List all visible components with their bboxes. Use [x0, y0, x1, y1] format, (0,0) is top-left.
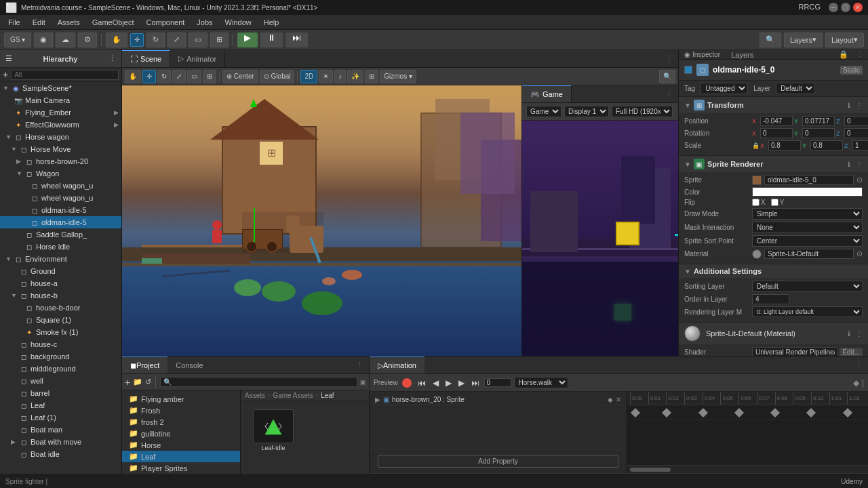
toolbar-cloud[interactable]: ☁: [56, 33, 75, 47]
tab-layers[interactable]: Layers: [726, 50, 759, 59]
scene-canvas[interactable]: ⊞: [122, 85, 521, 356]
menu-edit[interactable]: Edit: [27, 17, 51, 28]
tab-inspector[interactable]: ◉ Inspector: [679, 50, 726, 59]
transform-info-icon[interactable]: ℹ: [848, 102, 850, 109]
tree-item-background[interactable]: ◻ background: [0, 350, 121, 363]
scale-lock-icon[interactable]: 🔒: [752, 142, 759, 149]
tree-item-house-b[interactable]: ▼ ◻ house-b: [0, 289, 121, 302]
anim-prev-keyframe[interactable]: ⏮: [416, 378, 428, 388]
sprite-renderer-header[interactable]: ▼ ▣ Sprite Renderer ℹ ⋮: [679, 156, 868, 172]
scale-x-input[interactable]: [768, 140, 801, 150]
position-x-input[interactable]: [760, 116, 793, 126]
project-folder-frosh2[interactable]: 📁 frosh 2: [122, 416, 240, 428]
active-checkbox[interactable]: [684, 66, 692, 74]
tree-item-effectglowworm[interactable]: ✦ EffectGlowworm ▶: [0, 119, 121, 131]
tree-item-square[interactable]: ◻ Square (1): [0, 314, 121, 326]
project-folder-frosh[interactable]: 📁 Frosh: [122, 405, 240, 416]
keyframe-5[interactable]: [806, 408, 816, 418]
transform-menu-icon[interactable]: ⋮: [856, 102, 863, 109]
scene-audio-btn[interactable]: ♪: [334, 70, 346, 83]
material-preview-header[interactable]: Sprite-Lit-Default (Material) ℹ ⋮: [679, 323, 868, 344]
scene-scale-btn[interactable]: ⤢: [172, 70, 186, 83]
tree-item-horse-wagon[interactable]: ▼ ◻ Horse wagon: [0, 131, 121, 143]
tree-item-oldman1[interactable]: ◻ oldman-idle-5: [0, 204, 121, 216]
tree-item-environment[interactable]: ▼ ◻ Environment: [0, 253, 121, 265]
tree-item-saddle[interactable]: ◻ Saddle Gallop_: [0, 228, 121, 241]
rotation-x-input[interactable]: [760, 128, 793, 138]
game-display-num[interactable]: Display 1: [564, 106, 609, 117]
maskinteraction-select[interactable]: None: [752, 222, 863, 233]
drawmode-select[interactable]: Simple: [752, 208, 863, 220]
scene-transform-btn[interactable]: ⊞: [203, 70, 216, 83]
tree-item-horse-brown[interactable]: ▶ ◻ horse-brown-20: [0, 155, 121, 167]
renderinglayer-select[interactable]: 0: Light Layer default: [752, 306, 863, 317]
tool-scale[interactable]: ⤢: [167, 33, 186, 47]
tree-item-barrel[interactable]: ◻ barrel: [0, 387, 121, 399]
maximize-button[interactable]: □: [841, 3, 850, 12]
project-search-input[interactable]: [160, 377, 357, 387]
material-input[interactable]: [764, 249, 854, 259]
sprite-renderer-menu-icon[interactable]: ⋮: [856, 161, 863, 168]
game-resolution-select[interactable]: Full HD (1920x10: [612, 106, 673, 117]
scene-search-btn[interactable]: 🔍: [659, 70, 675, 83]
material-info-icon[interactable]: ℹ: [848, 330, 850, 338]
tool-rect[interactable]: ▭: [189, 33, 208, 47]
layer-select[interactable]: Default: [776, 83, 815, 94]
track-keyframe-icon[interactable]: ◆: [608, 396, 613, 403]
tree-item-house-c[interactable]: ◻ house-c: [0, 338, 121, 350]
sortinglayer-select[interactable]: Default: [752, 281, 863, 292]
tree-item-horse-move[interactable]: ▼ ◻ Horse Move: [0, 143, 121, 155]
pause-button[interactable]: ⏸: [260, 33, 283, 47]
project-refresh-btn[interactable]: ↺: [145, 378, 151, 386]
project-folder-playerSprites[interactable]: 📁 Player Sprites: [122, 462, 240, 474]
tree-item-smokefx[interactable]: ✦ Smoke fx (1): [0, 326, 121, 338]
keyframe-6[interactable]: [842, 408, 852, 418]
shader-edit-btn[interactable]: Edit...: [840, 348, 863, 356]
keyframe-4[interactable]: [770, 408, 780, 418]
transform-header[interactable]: ▼ ⊞ Transform ℹ ⋮: [679, 97, 868, 113]
sprite-input[interactable]: [764, 175, 854, 185]
anim-frame-input[interactable]: [484, 378, 511, 387]
layers-dropdown[interactable]: Layers ▾: [784, 33, 823, 47]
step-button[interactable]: ⏭: [285, 33, 308, 47]
tab-animator[interactable]: ▷ Animator: [170, 50, 225, 67]
project-folder-flyingamber[interactable]: 📁 Flying amber: [122, 393, 240, 405]
flip-y-checkbox[interactable]: [771, 199, 778, 206]
object-name-input[interactable]: [713, 65, 836, 75]
anim-clip-select[interactable]: Horse.walk: [514, 377, 568, 388]
tree-item-boatman[interactable]: ◻ Boat man: [0, 424, 121, 436]
timeline-scrollbar[interactable]: [627, 465, 868, 473]
hierarchy-search-input[interactable]: [11, 70, 119, 80]
asset-leaf-idle[interactable]: Leaf-Idle: [246, 407, 300, 454]
scene-grid-btn[interactable]: ⊞: [365, 70, 378, 83]
menu-assets[interactable]: Assets: [52, 17, 85, 28]
rotation-z-input[interactable]: [844, 128, 868, 138]
search-icon[interactable]: 🔍: [760, 33, 781, 47]
close-button[interactable]: ✕: [853, 3, 863, 12]
sortpoint-select[interactable]: Center: [752, 235, 863, 247]
record-button[interactable]: [402, 378, 412, 388]
project-add-btn[interactable]: +: [125, 377, 130, 388]
scene-hand-btn[interactable]: ✋: [125, 70, 141, 83]
tree-item-wheel2[interactable]: ◻ wheel wagon_u: [0, 192, 121, 204]
timeline-scroll-thumb[interactable]: [630, 468, 671, 472]
scene-2d-btn[interactable]: 2D: [300, 70, 317, 83]
menu-component[interactable]: Component: [140, 17, 190, 28]
play-button[interactable]: ▶: [237, 33, 258, 47]
scene-rect-btn[interactable]: ▭: [187, 70, 201, 83]
keyframe-0[interactable]: [631, 408, 640, 418]
scene-panel-menu[interactable]: ⋮: [660, 50, 678, 67]
breadcrumb-assets[interactable]: Assets: [245, 392, 265, 399]
menu-window[interactable]: Window: [220, 17, 257, 28]
tool-rotate[interactable]: ↻: [146, 33, 165, 47]
material-menu-icon[interactable]: ⋮: [856, 330, 863, 338]
toolbar-account[interactable]: ◉: [34, 33, 53, 47]
additional-settings-header[interactable]: ▼ Additional Settings: [679, 264, 868, 278]
track-expand-icon[interactable]: ▶: [375, 396, 380, 403]
sprite-renderer-info-icon[interactable]: ℹ: [848, 161, 850, 168]
scene-gizmos-btn[interactable]: Gizmos ▾: [380, 70, 416, 83]
project-panel-menu[interactable]: ⋮: [351, 357, 369, 373]
color-swatch[interactable]: [752, 187, 863, 197]
project-size-slider[interactable]: ▣: [360, 379, 366, 386]
keyframe-1[interactable]: [662, 408, 671, 418]
